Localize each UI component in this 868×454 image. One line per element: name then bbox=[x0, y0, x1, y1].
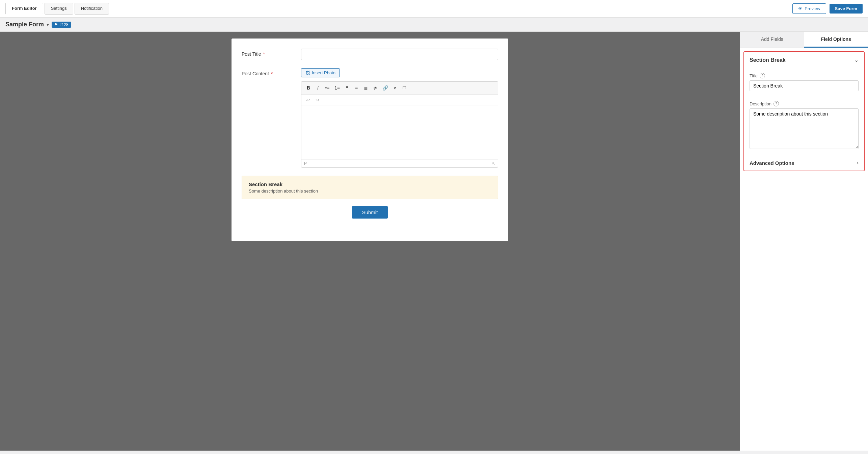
title-help-icon[interactable]: ? bbox=[760, 73, 765, 78]
tab-settings[interactable]: Settings bbox=[45, 3, 73, 14]
link-button[interactable]: 🔗 bbox=[380, 84, 390, 93]
post-title-input[interactable] bbox=[301, 49, 498, 60]
tab-notification[interactable]: Notification bbox=[75, 3, 109, 14]
tab-form-editor[interactable]: Form Editor bbox=[5, 3, 43, 14]
tab-add-fields[interactable]: Add Fields bbox=[740, 32, 804, 48]
tab-group: Form Editor Settings Notification bbox=[5, 3, 109, 14]
flag-icon: ⚑ bbox=[54, 22, 58, 27]
editor-toolbar: B I •≡ 1≡ ❝ ≡ ≣ ≢ 🔗 ⌀ ❐ bbox=[301, 82, 498, 95]
section-break-header[interactable]: Section Break ⌄ bbox=[744, 52, 864, 68]
canvas-area: Post Title * Post Content * 🖼 bbox=[0, 32, 740, 451]
top-bar: Form Editor Settings Notification 👁 Prev… bbox=[0, 0, 868, 18]
post-content-field: Post Content * 🖼 Insert Photo B I bbox=[242, 68, 498, 168]
blockquote-button[interactable]: ❝ bbox=[343, 84, 351, 93]
required-star-2: * bbox=[271, 71, 273, 76]
post-content-editor-area: 🖼 Insert Photo B I •≡ 1≡ ❝ ≡ ≣ bbox=[301, 68, 498, 168]
section-break-block: Section Break Some description about thi… bbox=[242, 176, 498, 199]
ordered-list-button[interactable]: 1≡ bbox=[332, 84, 342, 93]
align-right-button[interactable]: ≢ bbox=[371, 84, 380, 93]
editor-content-area[interactable] bbox=[301, 105, 498, 159]
fullscreen-button[interactable]: ❐ bbox=[400, 84, 409, 92]
section-break-panel-title: Section Break bbox=[750, 57, 786, 63]
editor-history: ↩ ↪ bbox=[301, 95, 498, 105]
title-form-group: Title ? bbox=[744, 68, 864, 96]
insert-photo-label: Insert Photo bbox=[312, 70, 335, 75]
submit-button[interactable]: Submit bbox=[352, 206, 388, 219]
field-options-panel: Section Break ⌄ Title ? Description ? So… bbox=[743, 51, 865, 171]
submit-row: Submit bbox=[242, 206, 498, 219]
advanced-options-label: Advanced Options bbox=[750, 160, 794, 166]
undo-button[interactable]: ↩ bbox=[304, 96, 312, 104]
preview-label: Preview bbox=[805, 6, 820, 11]
redo-button[interactable]: ↪ bbox=[314, 96, 322, 104]
rich-text-editor[interactable]: B I •≡ 1≡ ❝ ≡ ≣ ≢ 🔗 ⌀ ❐ bbox=[301, 81, 498, 168]
section-break-block-title: Section Break bbox=[249, 181, 491, 187]
eye-icon: 👁 bbox=[798, 6, 803, 11]
form-card: Post Title * Post Content * 🖼 bbox=[232, 39, 508, 241]
right-sidebar: Add Fields Field Options Section Break ⌄… bbox=[740, 32, 868, 451]
save-form-button[interactable]: Save Form bbox=[830, 4, 863, 14]
resize-handle[interactable]: ⇱ bbox=[492, 161, 495, 166]
unlink-button[interactable]: ⌀ bbox=[391, 84, 400, 92]
description-label: Description ? bbox=[750, 101, 859, 106]
sidebar-tabs: Add Fields Field Options bbox=[740, 32, 868, 48]
unordered-list-button[interactable]: •≡ bbox=[323, 84, 332, 93]
post-title-label: Post Title * bbox=[242, 49, 296, 57]
advanced-options-row[interactable]: Advanced Options › bbox=[744, 155, 864, 171]
description-form-group: Description ? Some description about thi… bbox=[744, 96, 864, 155]
chevron-down-icon[interactable]: ▾ bbox=[47, 22, 49, 27]
form-title: Sample Form bbox=[5, 21, 44, 28]
chevron-right-icon: › bbox=[857, 160, 859, 166]
description-textarea[interactable]: Some description about this section bbox=[750, 108, 859, 149]
top-bar-actions: 👁 Preview Save Form bbox=[792, 3, 863, 14]
preview-button[interactable]: 👁 Preview bbox=[792, 3, 826, 14]
align-left-button[interactable]: ≡ bbox=[352, 84, 361, 93]
title-input[interactable] bbox=[750, 80, 859, 91]
post-title-field: Post Title * bbox=[242, 49, 498, 60]
post-title-input-area bbox=[301, 49, 498, 60]
required-star: * bbox=[263, 51, 265, 57]
insert-photo-button[interactable]: 🖼 Insert Photo bbox=[301, 68, 340, 77]
form-title-area: Sample Form ▾ ⚑ #128 bbox=[5, 21, 71, 28]
bold-button[interactable]: B bbox=[304, 84, 313, 93]
italic-button[interactable]: I bbox=[314, 84, 322, 93]
chevron-up-icon: ⌄ bbox=[854, 57, 859, 63]
description-help-icon[interactable]: ? bbox=[774, 101, 779, 106]
align-center-button[interactable]: ≣ bbox=[361, 84, 370, 93]
sub-header: Sample Form ▾ ⚑ #128 bbox=[0, 18, 868, 32]
form-id-badge: ⚑ #128 bbox=[52, 22, 71, 28]
photo-icon: 🖼 bbox=[305, 70, 310, 75]
main-layout: Post Title * Post Content * 🖼 bbox=[0, 32, 868, 451]
form-id-text: #128 bbox=[59, 22, 69, 27]
editor-footer: P ⇱ bbox=[301, 159, 498, 167]
paragraph-indicator: P bbox=[304, 161, 307, 166]
title-label: Title ? bbox=[750, 73, 859, 78]
tab-field-options[interactable]: Field Options bbox=[804, 32, 868, 48]
section-break-block-description: Some description about this section bbox=[249, 188, 491, 194]
post-content-label: Post Content * bbox=[242, 68, 296, 76]
